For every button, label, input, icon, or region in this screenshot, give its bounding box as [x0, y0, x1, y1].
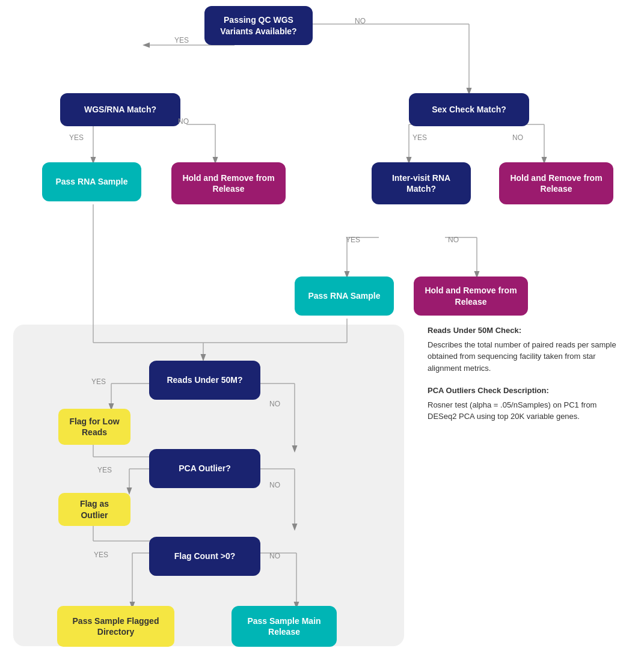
node-pass-rna-1: Pass RNA Sample [42, 162, 141, 201]
label-yes-pca: YES [97, 466, 112, 474]
node-flag-outlier: Flag as Outlier [58, 493, 130, 526]
node-hold-2: Hold and Remove from Release [499, 162, 613, 204]
label-yes-start: YES [174, 36, 189, 44]
label-no-wgs: NO [178, 117, 189, 126]
node-hold-3: Hold and Remove from Release [414, 277, 528, 316]
side-panel: Reads Under 50M Check: Describes the tot… [428, 325, 626, 433]
node-pass-flagged-label: Pass Sample Flagged Directory [66, 616, 166, 637]
node-intervisit-label: Inter-visit RNA Match? [380, 173, 462, 194]
node-hold-2-label: Hold and Remove from Release [508, 173, 605, 194]
node-hold-1-label: Hold and Remove from Release [180, 173, 277, 194]
node-flag-low-label: Flag for Low Reads [67, 416, 122, 438]
node-sex-check: Sex Check Match? [409, 93, 529, 126]
node-flag-count: Flag Count >0? [149, 537, 260, 576]
label-no-sex: NO [512, 133, 523, 142]
label-no-reads: NO [269, 400, 280, 408]
node-pca-outlier: PCA Outlier? [149, 449, 260, 488]
side-title-2: PCA Outliers Check Description: [428, 385, 626, 397]
side-title-1: Reads Under 50M Check: [428, 325, 626, 337]
label-no-intervisit: NO [448, 236, 459, 244]
node-pass-flagged: Pass Sample Flagged Directory [57, 606, 174, 647]
label-yes-reads: YES [91, 377, 106, 386]
node-reads-under-label: Reads Under 50M? [167, 374, 242, 385]
node-pass-main-label: Pass Sample Main Release [240, 616, 328, 637]
node-hold-1: Hold and Remove from Release [171, 162, 286, 204]
node-flag-count-label: Flag Count >0? [174, 551, 236, 561]
node-flag-low: Flag for Low Reads [58, 409, 130, 445]
label-no-flag: NO [269, 552, 280, 560]
side-body-1: Describes the total number of paired rea… [428, 339, 626, 374]
node-wgs-rna: WGS/RNA Match? [60, 93, 180, 126]
label-yes-wgs: YES [69, 133, 84, 142]
node-reads-under: Reads Under 50M? [149, 361, 260, 400]
node-flag-outlier-label: Flag as Outlier [67, 498, 122, 520]
node-hold-3-label: Hold and Remove from Release [422, 285, 520, 307]
flowchart-container: Passing QC WGS Variants Available? YES N… [0, 0, 644, 657]
node-pass-rna-1-label: Pass RNA Sample [55, 176, 127, 187]
node-pass-rna-2: Pass RNA Sample [295, 277, 394, 316]
node-sex-check-label: Sex Check Match? [432, 104, 506, 115]
label-no-pca: NO [269, 481, 280, 489]
node-wgs-rna-label: WGS/RNA Match? [84, 104, 156, 115]
side-body-2: Rosner test (alpha = .05/nSamples) on PC… [428, 399, 626, 423]
node-intervisit: Inter-visit RNA Match? [372, 162, 471, 204]
node-start-label: Passing QC WGS Variants Available? [213, 14, 304, 36]
label-no-start: NO [355, 17, 366, 25]
node-pass-rna-2-label: Pass RNA Sample [308, 290, 380, 301]
node-pass-main: Pass Sample Main Release [232, 606, 337, 647]
label-yes-sex: YES [412, 133, 427, 142]
label-yes-flag: YES [94, 551, 108, 559]
node-start: Passing QC WGS Variants Available? [204, 6, 313, 45]
node-pca-outlier-label: PCA Outlier? [179, 463, 231, 474]
label-yes-intervisit: YES [346, 236, 360, 244]
